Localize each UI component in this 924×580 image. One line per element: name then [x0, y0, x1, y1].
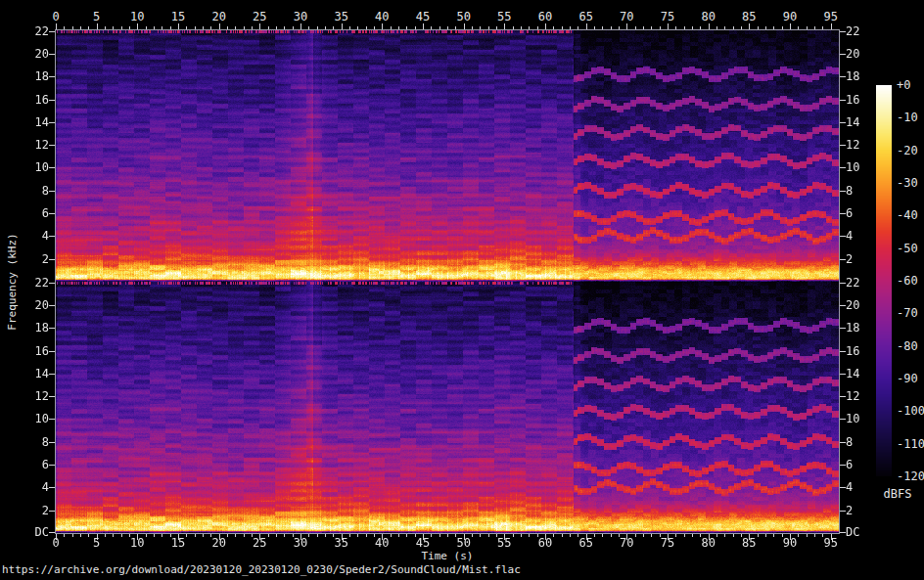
- time-tick-top: [782, 26, 783, 29]
- time-tick-top: [325, 26, 326, 29]
- time-tick-top: [684, 26, 685, 29]
- freq-tick-label-right: 10: [846, 413, 879, 424]
- time-tick-bottom: [276, 534, 277, 537]
- colorbar-tick-label: -40: [897, 209, 924, 221]
- time-tick-label-bottom: 20: [205, 537, 234, 549]
- time-tick-label-bottom: 80: [694, 537, 723, 549]
- freq-tick-label-right: 8: [846, 185, 879, 197]
- time-tick-top: [244, 26, 245, 29]
- freq-tick-label-right: 22: [846, 25, 879, 37]
- time-tick-label-top: 0: [41, 11, 70, 22]
- time-tick-top: [537, 26, 538, 29]
- time-tick-bottom: [113, 534, 114, 537]
- time-tick-label-top: 80: [694, 11, 723, 22]
- time-tick-label-top: 35: [327, 11, 356, 22]
- freq-tick-left: [49, 259, 55, 260]
- freq-tick-label-right: 12: [846, 139, 879, 151]
- freq-tick-label-right: 18: [846, 70, 879, 82]
- time-tick-bottom: [235, 534, 236, 537]
- colorbar-tick-label: -30: [897, 177, 924, 189]
- time-tick-bottom: [765, 534, 766, 537]
- freq-tick-label-right: 16: [846, 94, 879, 106]
- colorbar-tick-label: -120: [897, 470, 924, 482]
- time-tick-top: [807, 26, 808, 29]
- time-tick-bottom: [72, 534, 73, 537]
- time-tick-top: [121, 26, 122, 29]
- time-tick-top: [391, 26, 392, 29]
- time-tick-top: [357, 26, 358, 29]
- time-tick-top: [831, 23, 832, 29]
- freq-tick-label-right: 12: [846, 390, 879, 402]
- spectrogram-canvas: [56, 30, 839, 533]
- freq-tick-label-right: 2: [846, 253, 879, 265]
- time-tick-label-top: 85: [734, 11, 763, 22]
- colorbar-tick-label: -20: [897, 145, 924, 156]
- time-tick-bottom: [643, 534, 644, 537]
- time-tick-label-top: 90: [775, 11, 805, 22]
- time-tick-top: [586, 23, 587, 29]
- time-tick-top: [741, 26, 742, 29]
- freq-tick-left: [49, 145, 55, 146]
- freq-tick-label-left: 2: [16, 253, 49, 265]
- freq-tick-label-left: 8: [16, 185, 49, 197]
- x-axis-title: Time (s): [389, 551, 506, 562]
- time-tick-label-bottom: 5: [82, 537, 112, 549]
- time-tick-label-bottom: 35: [327, 537, 356, 549]
- time-tick-top: [195, 26, 196, 29]
- time-tick-top: [716, 26, 717, 29]
- time-tick-bottom: [398, 534, 399, 537]
- time-tick-label-top: 95: [816, 11, 846, 22]
- time-tick-top: [349, 26, 350, 29]
- time-tick-top: [406, 26, 407, 29]
- time-tick-label-bottom: 15: [163, 537, 193, 549]
- freq-tick-label-right: 10: [846, 161, 879, 173]
- time-tick-label-bottom: 40: [367, 537, 396, 549]
- freq-tick-label-right: 4: [846, 481, 879, 493]
- freq-tick-left: [49, 283, 55, 284]
- colorbar-tick-label: -10: [897, 112, 924, 123]
- time-tick-top: [105, 26, 106, 29]
- time-tick-label-top: 50: [449, 11, 479, 22]
- freq-tick-label-right: 2: [846, 505, 879, 516]
- time-tick-top: [308, 26, 309, 29]
- time-tick-top: [602, 26, 603, 29]
- time-tick-top: [203, 26, 204, 29]
- time-tick-top: [80, 26, 81, 29]
- time-tick-top: [300, 23, 301, 29]
- time-tick-label-top: 40: [367, 11, 396, 22]
- time-tick-label-top: 65: [572, 11, 601, 22]
- time-tick-top: [513, 26, 514, 29]
- time-tick-label-bottom: 70: [612, 537, 641, 549]
- time-tick-bottom: [154, 534, 155, 537]
- time-tick-label-top: 45: [408, 11, 438, 22]
- time-tick-top: [619, 26, 620, 29]
- time-tick-top: [431, 26, 432, 29]
- time-tick-top: [488, 26, 489, 29]
- time-tick-label-top: 10: [122, 11, 152, 22]
- time-tick-bottom: [529, 534, 530, 537]
- time-tick-top: [749, 23, 750, 29]
- time-tick-bottom: [162, 534, 162, 537]
- time-tick-bottom: [602, 534, 603, 537]
- colorbar-tick-label: +0: [897, 79, 924, 91]
- freq-tick-label-right: 20: [846, 48, 879, 60]
- freq-tick-left: [49, 532, 55, 533]
- freq-tick-label-left: 20: [16, 299, 49, 311]
- time-tick-top: [366, 26, 367, 29]
- freq-tick-label-left: 14: [16, 368, 49, 379]
- time-tick-top: [822, 26, 823, 29]
- time-tick-top: [210, 26, 211, 29]
- freq-tick-label-right: 4: [846, 230, 879, 242]
- time-tick-top: [660, 26, 661, 29]
- time-tick-top: [178, 23, 179, 29]
- time-tick-top: [545, 23, 546, 29]
- time-tick-top: [521, 26, 522, 29]
- freq-tick-left: [49, 419, 55, 420]
- freq-tick-label-left: 16: [16, 94, 49, 106]
- freq-tick-left: [49, 191, 55, 192]
- freq-tick-left: [49, 465, 55, 466]
- time-tick-top: [798, 26, 799, 29]
- time-tick-bottom: [317, 534, 318, 537]
- colorbar-unit-label: dBFS: [876, 488, 919, 500]
- time-tick-top: [398, 26, 399, 29]
